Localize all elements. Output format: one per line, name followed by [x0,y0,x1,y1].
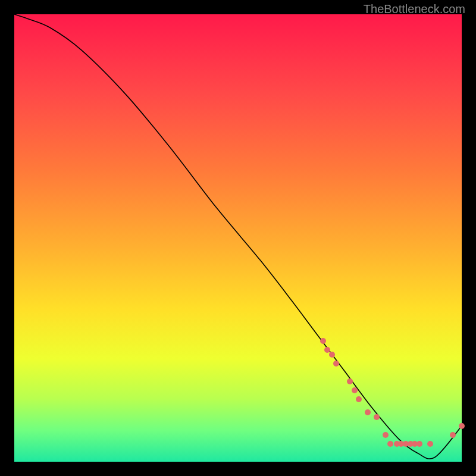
scatter-dot [365,409,371,415]
scatter-dot [356,396,362,402]
scatter-dot [450,432,456,438]
scatter-dot [459,423,465,429]
curve-path [14,14,462,459]
scatter-dot [427,441,433,447]
scatter-dot [329,352,335,358]
scatter-dot [416,441,422,447]
chart-curve-svg [14,14,462,462]
scatter-dot [352,387,358,393]
scatter-dot [383,432,389,438]
scatter-dot [387,441,393,447]
scatter-dot [347,378,353,384]
scatter-dot [320,338,326,344]
scatter-dot [333,361,339,367]
scatter-dot [374,414,380,420]
chart-plot-area [14,14,462,462]
